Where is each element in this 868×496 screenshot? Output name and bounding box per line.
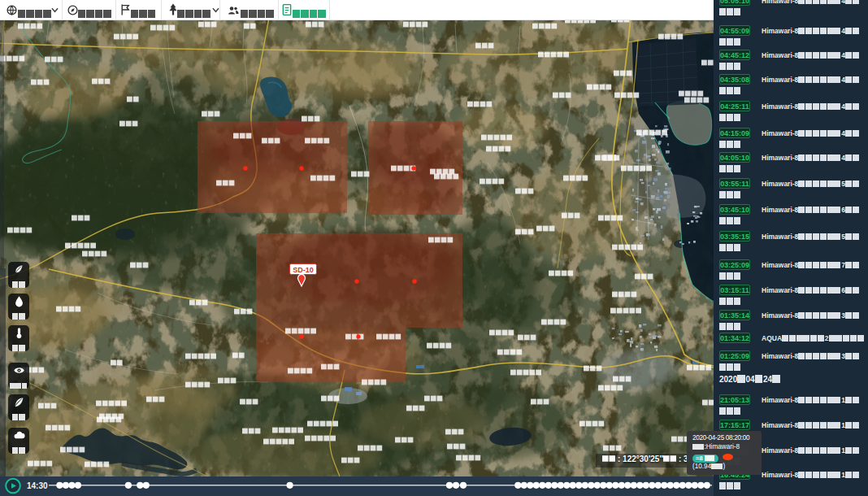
svg-text:14:30: 14:30 <box>27 481 48 490</box>
svg-text:: 122°30'25″: : 122°30'25″ <box>618 455 663 463</box>
svg-text:SD-10: SD-10 <box>293 266 314 274</box>
